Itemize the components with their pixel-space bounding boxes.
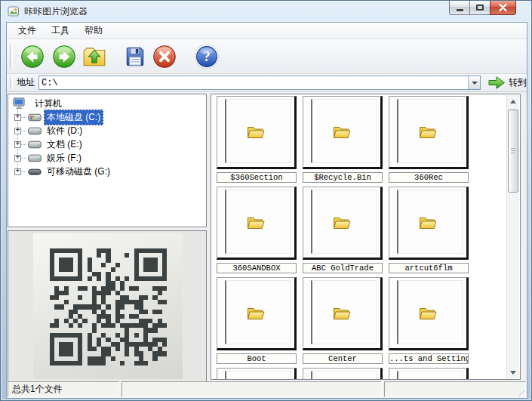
- maximize-button[interactable]: [469, 1, 490, 15]
- save-button[interactable]: [121, 43, 149, 70]
- folder-icon: [332, 215, 352, 230]
- folder-thumbnail-frame[interactable]: [217, 96, 297, 169]
- computer-icon: [13, 97, 26, 110]
- tree-item[interactable]: +本地磁盘 (C:): [8, 110, 206, 124]
- status-middle: [121, 381, 382, 397]
- folder-thumbnail-frame[interactable]: [303, 187, 383, 260]
- arrow-down-icon: [510, 371, 516, 375]
- folder-thumbnail-frame[interactable]: [303, 96, 383, 169]
- expand-plus-icon[interactable]: +: [14, 168, 21, 175]
- folder-item-partial: [389, 368, 469, 379]
- folder-item[interactable]: ...ts and Settings: [389, 277, 469, 364]
- folder-name-label: $360Section: [217, 172, 297, 183]
- resize-grip-icon[interactable]: [515, 386, 524, 396]
- menu-bar: 文件 工具 帮助: [7, 23, 527, 39]
- tree-item[interactable]: +娱乐 (F:): [8, 151, 206, 165]
- folder-name-label: $Recycle.Bin: [303, 172, 383, 183]
- scroll-down-button[interactable]: [507, 366, 519, 378]
- tree-root-label: 计算机: [32, 97, 64, 111]
- menu-help[interactable]: 帮助: [77, 22, 110, 39]
- folder-item[interactable]: Boot: [217, 277, 297, 364]
- folder-icon: [246, 125, 266, 140]
- titlebar[interactable]: 咔咔图片浏览器: [1, 1, 531, 22]
- menu-file[interactable]: 文件: [11, 22, 44, 39]
- expand-plus-icon[interactable]: +: [14, 155, 21, 162]
- help-icon: ?: [194, 44, 220, 69]
- up-folder-button[interactable]: [81, 43, 108, 70]
- tree-item[interactable]: +软件 (D:): [8, 124, 206, 137]
- help-button[interactable]: ?: [193, 43, 220, 70]
- close-icon: [499, 4, 507, 11]
- status-right: [384, 381, 526, 397]
- qr-code-image: [33, 233, 183, 379]
- menu-tools[interactable]: 工具: [44, 22, 77, 39]
- close-button[interactable]: [490, 1, 516, 15]
- folder-thumbnail-frame[interactable]: [303, 277, 383, 350]
- folder-icon: [246, 215, 266, 230]
- address-dropdown-button[interactable]: [468, 76, 480, 89]
- delete-icon: [152, 45, 177, 69]
- back-button[interactable]: [19, 43, 46, 70]
- expand-plus-icon[interactable]: +: [14, 128, 21, 134]
- drive-icon: [28, 126, 42, 136]
- folder-item[interactable]: $Recycle.Bin: [303, 96, 383, 183]
- expand-plus-icon[interactable]: +: [14, 141, 21, 148]
- status-bar: 总共1个文件: [8, 381, 526, 397]
- folder-name-label: ABC GoldTrade: [303, 263, 383, 273]
- folder-item[interactable]: artcut6flm: [389, 187, 469, 273]
- folder-thumbnail-frame[interactable]: [389, 187, 469, 260]
- tree-connector: [21, 117, 26, 118]
- tree-item-label: 本地磁盘 (C:): [45, 110, 103, 125]
- folder-name-label: 360Rec: [389, 172, 469, 183]
- folder-thumbnail-frame[interactable]: [217, 277, 297, 350]
- folder-icon: [246, 306, 266, 321]
- folder-item-partial: [217, 368, 297, 379]
- chevron-down-icon: [472, 82, 478, 85]
- folder-item[interactable]: 360SANDBOX: [217, 187, 297, 273]
- tree-item-computer[interactable]: 计算机: [8, 97, 206, 110]
- folder-thumbnail-frame[interactable]: [217, 187, 297, 260]
- tree-item[interactable]: +文档 (E:): [8, 137, 206, 151]
- delete-button[interactable]: [151, 43, 178, 70]
- folder-item[interactable]: Center: [303, 277, 383, 364]
- toolbar: ?: [7, 39, 527, 74]
- drive-icon: [28, 140, 42, 150]
- tree-item[interactable]: +可移动磁盘 (G:): [8, 165, 206, 178]
- folder-name-label: artcut6flm: [389, 263, 469, 273]
- expand-plus-icon[interactable]: +: [14, 114, 21, 121]
- folder-item[interactable]: ABC GoldTrade: [303, 187, 383, 273]
- back-icon: [20, 45, 45, 69]
- folder-thumbnail-frame[interactable]: [389, 277, 469, 350]
- tree-connector: [21, 171, 26, 172]
- address-bar: 地址 转到: [7, 74, 527, 92]
- scroll-up-button[interactable]: [507, 95, 519, 107]
- tree-item-label: 软件 (D:): [45, 124, 85, 138]
- drive-removable-icon: [28, 167, 42, 177]
- forward-icon: [52, 45, 76, 69]
- tree-connector: [21, 131, 26, 131]
- forward-button[interactable]: [51, 43, 78, 70]
- arrow-up-icon: [510, 100, 516, 103]
- scrollbar-thumb[interactable]: [508, 110, 518, 193]
- address-input[interactable]: [39, 76, 468, 89]
- folder-name-label: 360SANDBOX: [217, 263, 297, 273]
- folder-item[interactable]: $360Section: [217, 96, 297, 183]
- vertical-scrollbar[interactable]: [506, 95, 519, 378]
- folder-up-icon: [81, 45, 107, 69]
- folder-name-label: Boot: [217, 353, 297, 364]
- drive-windows-icon: [28, 113, 42, 122]
- app-window: 咔咔图片浏览器 文件 工具 帮助 ? 地址 转到: [0, 0, 532, 401]
- tree-item-label: 可移动磁盘 (G:): [45, 165, 112, 179]
- go-button[interactable]: 转到: [509, 76, 527, 89]
- address-combobox: [38, 76, 481, 90]
- folder-tree-panel: 计算机 +本地磁盘 (C:)+软件 (D:)+文档 (E:)+娱乐 (F:)+可…: [8, 94, 207, 227]
- folder-thumbnail-frame[interactable]: [389, 96, 469, 169]
- folder-item[interactable]: 360Rec: [389, 96, 469, 183]
- client-area: 文件 工具 帮助 ? 地址 转到: [6, 22, 527, 399]
- go-arrow-icon[interactable]: [487, 76, 506, 90]
- folder-item-partial: [303, 368, 383, 379]
- save-icon: [123, 45, 147, 69]
- folder-icon: [418, 306, 438, 321]
- minimize-button[interactable]: [449, 1, 470, 15]
- tree-item-label: 娱乐 (F:): [45, 151, 84, 165]
